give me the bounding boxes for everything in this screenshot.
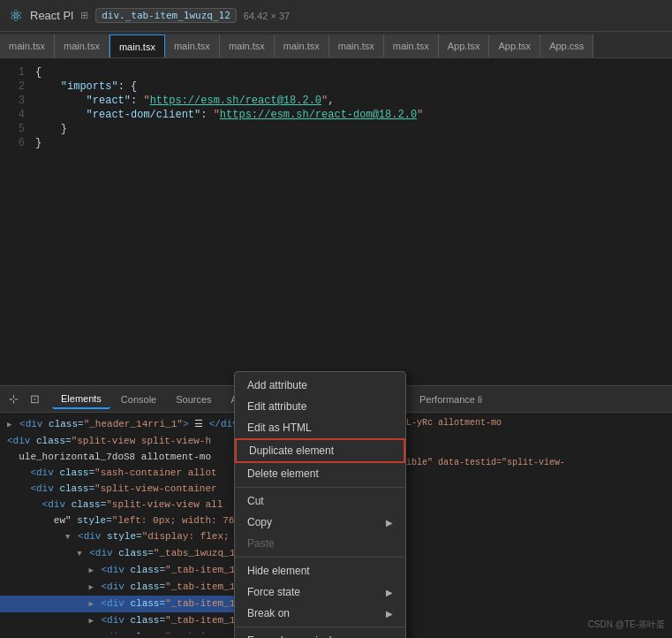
menu-force-state[interactable]: Force state ▶	[235, 581, 405, 603]
dom-line-4: <div class="sash-container allot	[0, 465, 238, 481]
tab-main-7[interactable]: main.tsx	[329, 34, 384, 57]
menu-copy[interactable]: Copy ▶	[235, 512, 405, 533]
watermark: CSDN @TE-茶叶蛋	[588, 619, 665, 631]
dom-tree: ▶ <div class="_header_14rri_1"> ☰ </div>…	[0, 413, 238, 634]
file-tabs-bar: main.tsx main.tsx main.tsx main.tsx main…	[0, 32, 672, 58]
tab-main-8[interactable]: main.tsx	[384, 34, 439, 57]
dom-line-7: ew" style="left: 0px; width: 76	[0, 513, 238, 528]
code-line-3: 3 "react": "https://esm.sh/react@18.2.0"…	[0, 94, 672, 108]
cursor-icon[interactable]: ⊹	[4, 391, 22, 408]
dom-line-3: ule_horizontal_7doS8 allotment-mo	[0, 449, 238, 465]
tab-main-1[interactable]: main.tsx	[0, 34, 55, 57]
dom-line-5: <div class="split-view-container	[0, 481, 238, 497]
devtools-tab-sources[interactable]: Sources	[167, 391, 220, 408]
title-bar: ⚛ React Pl ⊞ div._tab-item_1wuzq_12 64.4…	[0, 0, 672, 32]
tab-main-5[interactable]: main.tsx	[220, 34, 275, 57]
menu-duplicate-element[interactable]: Duplicate element	[235, 438, 405, 463]
menu-cut[interactable]: Cut	[235, 490, 405, 512]
menu-hide-element[interactable]: Hide element	[235, 560, 405, 581]
size-label: 64.42 × 37	[244, 11, 290, 21]
tab-main-3[interactable]: main.tsx	[109, 34, 165, 57]
tab-main-6[interactable]: main.tsx	[275, 34, 329, 57]
dom-line-14: ▶ <div class="_tab-item_1wu	[0, 629, 238, 634]
menu-paste[interactable]: Paste	[235, 533, 405, 554]
menu-expand-recursively[interactable]: Expand recursively	[235, 630, 405, 638]
code-line-4: 4 "react-dom/client": "https://esm.sh/re…	[0, 108, 672, 122]
dom-line-11: ▶ <div class="_tab-item_1wu	[0, 579, 238, 596]
dom-line-2: <div class="split-view split-view-h	[0, 433, 238, 449]
tab-main-4[interactable]: main.tsx	[165, 34, 220, 57]
devtools-tab-elements[interactable]: Elements	[52, 390, 110, 409]
react-logo-icon: ⚛	[9, 6, 23, 26]
menu-edit-attribute[interactable]: Edit attribute	[235, 396, 405, 417]
tab-main-2[interactable]: main.tsx	[55, 34, 109, 57]
context-menu: Add attribute Edit attribute Edit as HTM…	[234, 371, 406, 638]
dom-line-10: ▶ <div class="_tab-item_1wu	[0, 562, 238, 579]
tab-app-2[interactable]: App.tsx	[489, 34, 540, 57]
menu-sep-1	[235, 487, 405, 488]
copy-arrow-icon: ▶	[386, 518, 393, 528]
menu-break-on[interactable]: Break on ▶	[235, 603, 405, 624]
dom-line-selected[interactable]: ▶ <div class="_tab-item_1wu	[0, 596, 238, 612]
tab-app-css[interactable]: App.css	[540, 34, 593, 57]
code-editor: 1 { 2 "imports": { 3 "react": "https://e…	[0, 58, 672, 209]
break-on-arrow-icon: ▶	[386, 609, 393, 619]
menu-add-attribute[interactable]: Add attribute	[235, 375, 405, 396]
code-line-1: 1 {	[0, 65, 672, 80]
dom-line-13: ▶ <div class="_tab-item_1wu	[0, 612, 238, 629]
code-line-6: 6 }	[0, 136, 672, 150]
menu-sep-3	[235, 627, 405, 627]
menu-edit-as-html[interactable]: Edit as HTML	[235, 417, 405, 438]
editor-spacer	[0, 209, 672, 385]
dom-line-9: ▼ <div class="_tabs_1wuzq_1">	[0, 545, 238, 562]
devtools-icons: ⊹ ⊡	[4, 391, 43, 408]
app-title: React Pl	[30, 9, 73, 22]
tab-app-1[interactable]: App.tsx	[439, 34, 490, 57]
element-type-icon: ⊞	[80, 10, 88, 21]
menu-sep-2	[235, 557, 405, 558]
menu-delete-element[interactable]: Delete element	[235, 463, 405, 484]
dom-line-8: ▼ <div style="display: flex; fl	[0, 528, 238, 545]
element-badge: div._tab-item_1wuzq_12	[95, 8, 237, 23]
code-line-2: 2 "imports": {	[0, 80, 672, 94]
code-line-5: 5 }	[0, 122, 672, 136]
inspect-icon[interactable]: ⊡	[26, 391, 43, 408]
dom-line-6: <div class="split-view-view all	[0, 497, 238, 513]
force-state-arrow-icon: ▶	[386, 588, 393, 597]
devtools-tab-performance[interactable]: Performance li	[411, 391, 491, 408]
dom-line-1: ▶ <div class="_header_14rri_1"> ☰ </div>	[0, 416, 238, 433]
devtools-tab-console[interactable]: Console	[112, 391, 165, 408]
